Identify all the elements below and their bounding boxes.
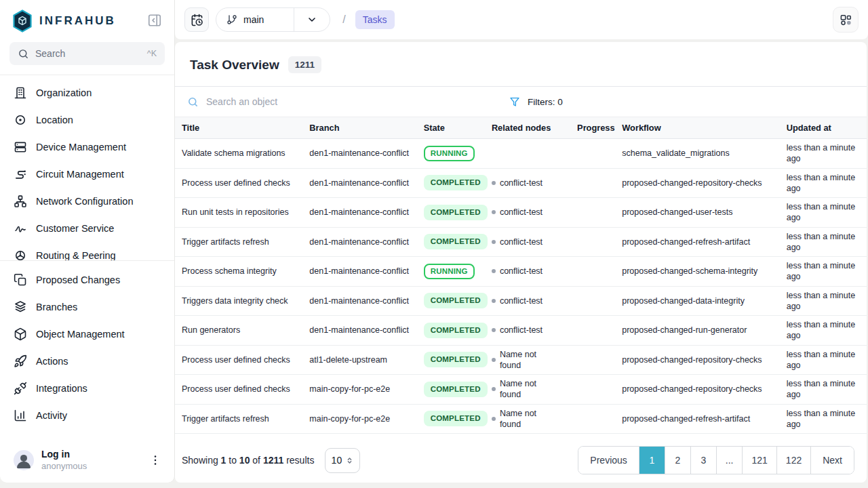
cell-workflow: proposed-changed-repository-checks bbox=[616, 375, 781, 405]
pagination-ellipsis: ... bbox=[717, 447, 743, 474]
sidebar-item-label: Integrations bbox=[36, 383, 87, 394]
sidebar-item-label: Network Configuration bbox=[36, 196, 133, 207]
col-updated-at: Updated at bbox=[781, 117, 867, 139]
cell-state: COMPLETED bbox=[418, 404, 486, 434]
cell-progress bbox=[572, 227, 616, 257]
cell-related-nodes: conflict-test bbox=[486, 257, 572, 287]
time-travel-button[interactable] bbox=[184, 7, 209, 32]
pagination-page-1[interactable]: 1 bbox=[639, 447, 665, 474]
search-shortcut: ^K bbox=[147, 49, 157, 58]
cell-state: RUNNING bbox=[418, 139, 486, 169]
state-badge: COMPLETED bbox=[424, 234, 488, 249]
table-row[interactable]: Validate schema migrationsden1-maintenan… bbox=[175, 139, 867, 169]
cell-updated-at: less than a minute ago bbox=[781, 375, 867, 405]
related-node-dot bbox=[492, 328, 496, 332]
cell-state: COMPLETED bbox=[418, 316, 486, 346]
col-progress: Progress bbox=[572, 117, 616, 139]
cell-workflow: proposed-changed-repository-checks bbox=[616, 345, 781, 375]
cell-progress bbox=[572, 345, 616, 375]
table-row[interactable]: Process user defined checksden1-maintena… bbox=[175, 168, 867, 198]
pagination-page-122[interactable]: 122 bbox=[777, 447, 811, 474]
cell-updated-at: less than a minute ago bbox=[781, 286, 867, 316]
pagination-previous-button[interactable]: Previous bbox=[578, 447, 639, 474]
sidebar-item-device-management[interactable]: Device Management bbox=[9, 134, 165, 161]
pagination-next-button[interactable]: Next bbox=[811, 447, 854, 474]
sidebar-item-customer-service[interactable]: Customer Service bbox=[9, 215, 165, 242]
cell-branch: den1-maintenance-conflict bbox=[304, 227, 418, 257]
related-node-label: Name not found bbox=[500, 349, 543, 371]
cell-branch: den1-maintenance-conflict bbox=[304, 316, 418, 346]
branch-dropdown-toggle[interactable] bbox=[294, 8, 330, 31]
object-search-input[interactable] bbox=[205, 96, 368, 108]
cell-title: Process user defined checks bbox=[175, 375, 304, 405]
sidebar-item-branches[interactable]: Branches bbox=[9, 293, 165, 321]
page-size-select[interactable]: 10 bbox=[325, 448, 360, 473]
sidebar-item-activity[interactable]: Activity bbox=[9, 402, 165, 429]
user-row[interactable]: Log in anonymous bbox=[9, 442, 165, 483]
cell-branch: atl1-delete-upstream bbox=[304, 345, 418, 375]
filter-funnel-icon bbox=[509, 96, 520, 107]
cell-progress bbox=[572, 286, 616, 316]
cell-workflow: proposed-changed-schema-integrity bbox=[616, 257, 781, 287]
related-node-dot bbox=[492, 387, 496, 391]
related-node-label: Name not found bbox=[500, 378, 543, 401]
table-row[interactable]: Trigger artifacts refreshmain-copy-for-p… bbox=[175, 404, 867, 434]
related-node-label: conflict-test bbox=[500, 296, 542, 306]
git-branch-icon bbox=[226, 14, 237, 25]
sidebar-search-input[interactable]: Search ^K bbox=[9, 42, 165, 65]
sidebar-item-routing-peering[interactable]: Routing & Peering bbox=[9, 242, 165, 260]
table-row[interactable]: Triggers data integrity checkden1-mainte… bbox=[175, 286, 867, 316]
sidebar-item-integrations[interactable]: Integrations bbox=[9, 375, 165, 402]
rocket-icon bbox=[14, 354, 27, 368]
col-branch: Branch bbox=[304, 117, 418, 139]
sidebar: INFRAHUB Search ^K OrganizationLocationD… bbox=[0, 0, 175, 483]
search-icon bbox=[18, 48, 29, 60]
cell-related-nodes: conflict-test bbox=[486, 168, 572, 198]
object-search[interactable] bbox=[187, 96, 397, 108]
cell-updated-at: less than a minute ago bbox=[781, 227, 867, 257]
cell-related-nodes: conflict-test bbox=[486, 286, 572, 316]
pagination-page-2[interactable]: 2 bbox=[665, 447, 691, 474]
cell-updated-at: less than a minute ago bbox=[781, 345, 867, 375]
sidebar-item-actions[interactable]: Actions bbox=[9, 348, 165, 375]
user-menu-kebab-icon[interactable] bbox=[149, 453, 162, 467]
branch-selector[interactable]: main bbox=[216, 7, 330, 32]
cell-progress bbox=[572, 404, 616, 434]
sidebar-item-circuit-management[interactable]: Circuit Management bbox=[9, 161, 165, 188]
table-row[interactable]: Trigger artifacts refreshden1-maintenanc… bbox=[175, 227, 867, 257]
cell-related-nodes: conflict-test bbox=[486, 198, 572, 228]
chevron-down-icon bbox=[307, 14, 317, 25]
cell-title: Trigger artifacts refresh bbox=[175, 227, 304, 257]
cell-title: Run generators bbox=[175, 316, 304, 346]
related-node-label: conflict-test bbox=[500, 266, 542, 277]
cell-branch: den1-maintenance-conflict bbox=[304, 139, 418, 169]
related-node-dot bbox=[492, 269, 496, 273]
table-row[interactable]: Process schema integrityden1-maintenance… bbox=[175, 257, 867, 287]
breadcrumb-tasks[interactable]: Tasks bbox=[355, 10, 395, 29]
cell-state: COMPLETED bbox=[418, 168, 486, 198]
wheel-icon bbox=[14, 249, 27, 260]
sidebar-item-object-management[interactable]: Object Management bbox=[9, 321, 165, 348]
pagination-page-121[interactable]: 121 bbox=[743, 447, 776, 474]
collapse-sidebar-icon[interactable] bbox=[147, 13, 163, 29]
sidebar-item-proposed-changes[interactable]: Proposed Changes bbox=[9, 266, 165, 293]
col-state: State bbox=[418, 117, 486, 139]
cell-branch: den1-maintenance-conflict bbox=[304, 168, 418, 198]
table-row[interactable]: Process user defined checksmain-copy-for… bbox=[175, 375, 867, 405]
breadcrumb-separator: / bbox=[342, 14, 345, 26]
sidebar-search-placeholder: Search bbox=[35, 48, 65, 59]
sidebar-item-location[interactable]: Location bbox=[9, 106, 165, 134]
cell-related-nodes: conflict-test bbox=[486, 316, 572, 346]
table-row[interactable]: Run unit tests in repositoriesden1-maint… bbox=[175, 198, 867, 228]
pagination-page-3[interactable]: 3 bbox=[691, 447, 717, 474]
login-button[interactable]: Log in bbox=[41, 449, 87, 461]
workflow-graph-button[interactable] bbox=[833, 7, 859, 33]
filters-button[interactable]: Filters: 0 bbox=[509, 96, 563, 107]
table-row[interactable]: Run generatorsden1-maintenance-conflictC… bbox=[175, 316, 867, 346]
sidebar-item-label: Object Management bbox=[36, 329, 125, 340]
sidebar-item-organization[interactable]: Organization bbox=[9, 79, 165, 106]
cell-branch: main-copy-for-pc-e2e bbox=[304, 375, 418, 405]
related-node-dot bbox=[492, 358, 496, 362]
table-row[interactable]: Process user defined checksatl1-delete-u… bbox=[175, 345, 867, 375]
sidebar-item-network-configuration[interactable]: Network Configuration bbox=[9, 188, 165, 215]
